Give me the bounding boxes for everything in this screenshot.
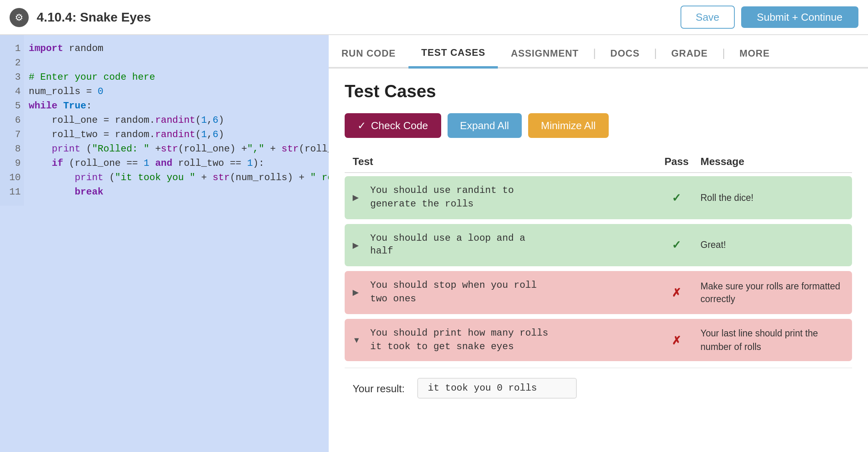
table-row[interactable]: ▶ You should use a loop and ahalf ✓ Grea… (345, 224, 852, 266)
submit-button[interactable]: Submit + Continue (741, 6, 858, 28)
tab-grade[interactable]: GRADE (659, 40, 721, 69)
test-message: Roll the dice! (700, 191, 844, 204)
col-header-pass: Pass (653, 155, 700, 167)
divider-3: | (720, 38, 726, 67)
test-description: You should use a loop and ahalf (370, 232, 653, 258)
check-code-label: Check Code (371, 120, 428, 132)
tab-more[interactable]: MORE (727, 40, 783, 69)
minimize-all-button[interactable]: Minimize All (528, 113, 608, 138)
row-arrow-icon: ▶ (353, 193, 364, 202)
code-area[interactable]: 12345 67891011 import random # Enter you… (0, 35, 329, 206)
test-message: Great! (700, 239, 844, 252)
test-cases-buttons: ✓ Check Code Expand All Minimize All (345, 113, 852, 138)
row-arrow-icon: ▶ (353, 288, 364, 297)
tab-docs[interactable]: DOCS (598, 40, 652, 69)
tab-run-code[interactable]: RUN CODE (329, 40, 408, 69)
nav-tabs: RUN CODE TEST CASES ASSIGNMENT | DOCS | … (329, 35, 868, 69)
gear-icon: ⚙ (10, 8, 29, 27)
result-row: Your result: it took you 0 rolls (345, 368, 852, 409)
divider-1: | (592, 38, 598, 67)
col-header-test: Test (353, 155, 653, 167)
table-row[interactable]: ▼ You should print how many rollsit took… (345, 319, 852, 362)
line-numbers: 12345 67891011 (0, 35, 24, 206)
test-description: You should stop when you rolltwo ones (370, 279, 653, 306)
test-description: You should print how many rollsit took t… (370, 327, 653, 354)
test-description: You should use randint togenerate the ro… (370, 184, 653, 211)
pass-indicator: ✓ (653, 239, 700, 252)
table-row[interactable]: ▶ You should use randint togenerate the … (345, 176, 852, 219)
code-content[interactable]: import random # Enter your code here num… (24, 35, 329, 206)
main-layout: 12345 67891011 import random # Enter you… (0, 35, 868, 452)
col-header-message: Message (700, 155, 844, 167)
code-editor-panel: 12345 67891011 import random # Enter you… (0, 35, 329, 452)
test-cases-content: Test Cases ✓ Check Code Expand All Minim… (329, 69, 868, 452)
test-message: Your last line should print the number o… (700, 327, 844, 353)
table-row[interactable]: ▶ You should stop when you rolltwo ones … (345, 271, 852, 314)
checkmark-icon: ✓ (357, 120, 366, 132)
pass-indicator: ✓ (653, 191, 700, 204)
pass-indicator: ✗ (653, 286, 700, 299)
divider-2: | (652, 38, 658, 67)
save-button[interactable]: Save (681, 6, 734, 29)
row-arrow-icon: ▼ (353, 336, 364, 344)
header: ⚙ 4.10.4: Snake Eyes Save Submit + Conti… (0, 0, 868, 35)
table-header: Test Pass Message (345, 151, 852, 173)
page-title: 4.10.4: Snake Eyes (37, 10, 681, 24)
result-value: it took you 0 rolls (418, 378, 577, 399)
right-panel: RUN CODE TEST CASES ASSIGNMENT | DOCS | … (329, 35, 868, 452)
pass-indicator: ✗ (653, 334, 700, 346)
row-arrow-icon: ▶ (353, 241, 364, 250)
result-label: Your result: (353, 383, 405, 395)
check-code-button[interactable]: ✓ Check Code (345, 113, 441, 138)
tab-assignment[interactable]: ASSIGNMENT (498, 40, 592, 69)
test-cases-title: Test Cases (345, 81, 852, 102)
tab-test-cases[interactable]: TEST CASES (408, 39, 498, 69)
test-message: Make sure your rolls are formatted corre… (700, 280, 844, 305)
expand-all-button[interactable]: Expand All (447, 113, 522, 138)
